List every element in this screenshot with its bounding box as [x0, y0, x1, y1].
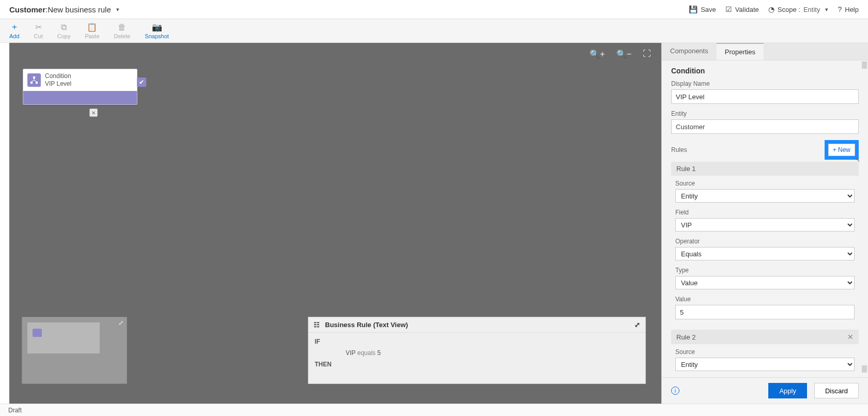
- header-bar: Customer:New business rule ▾ 💾 Save ☑ Va…: [0, 0, 868, 19]
- help-icon: ?: [838, 5, 842, 13]
- scroll-down-icon[interactable]: [862, 365, 867, 373]
- help-label: Help: [845, 6, 859, 13]
- svg-line-4: [32, 80, 34, 82]
- scope-icon: ◔: [768, 5, 774, 13]
- entity-label: Entity: [671, 110, 859, 117]
- chevron-down-icon[interactable]: ▾: [116, 6, 119, 13]
- plus-icon: ＋: [10, 23, 19, 32]
- condition-icon: [27, 73, 41, 87]
- properties-form: Condition Display Name Entity Rules + Ne…: [662, 60, 868, 377]
- rule-title: New business rule: [48, 5, 111, 14]
- minimap-node-icon: [33, 329, 42, 337]
- rule1-value-input[interactable]: [675, 305, 855, 319]
- zoom-in-icon[interactable]: 🔍+: [590, 49, 605, 59]
- workspace: 🔍+ 🔍− ⛶ Condition VIP Level ✔ ✕ ⤢: [0, 43, 868, 404]
- minimap[interactable]: ⤢: [22, 317, 127, 384]
- minimap-viewport[interactable]: [27, 322, 100, 353]
- scope-value: Entity: [803, 6, 820, 13]
- entity-input: [671, 119, 859, 134]
- display-name-label: Display Name: [671, 80, 859, 87]
- node-name: VIP Level: [45, 80, 71, 88]
- check-icon[interactable]: ✔: [137, 78, 146, 87]
- delete-icon: 🗑: [118, 23, 126, 32]
- save-button[interactable]: 💾 Save: [689, 5, 716, 13]
- rule1-field-select[interactable]: VIP: [675, 218, 855, 232]
- scroll-up-icon[interactable]: [862, 61, 867, 69]
- delete-button[interactable]: 🗑 Delete: [114, 23, 131, 39]
- camera-icon: 📷: [152, 23, 162, 32]
- rule1-field-label: Field: [675, 209, 855, 216]
- help-button[interactable]: ? Help: [838, 5, 859, 13]
- validate-label: Validate: [735, 6, 759, 13]
- condition-node[interactable]: Condition VIP Level ✔ ✕: [23, 69, 137, 105]
- toolbar: ＋ Add ✂ Cut ⧉ Copy 📋 Paste 🗑 Delete 📷 Sn…: [0, 19, 868, 43]
- rule1-type-select[interactable]: Value: [675, 276, 855, 289]
- fit-icon[interactable]: ⛶: [643, 49, 651, 59]
- entity-name: Customer: [9, 5, 45, 14]
- copy-label: Copy: [57, 33, 71, 39]
- expand-icon[interactable]: ⤢: [118, 319, 123, 327]
- then-keyword: THEN: [315, 361, 335, 368]
- node-action-slot[interactable]: [23, 91, 137, 104]
- if-keyword: IF: [315, 338, 335, 345]
- cut-label: Cut: [34, 33, 43, 39]
- section-heading: Condition: [671, 67, 859, 75]
- save-label: Save: [701, 6, 716, 13]
- svg-line-5: [34, 80, 37, 82]
- apply-button[interactable]: Apply: [768, 383, 807, 398]
- zoom-out-icon[interactable]: 🔍−: [616, 49, 631, 59]
- status-bar: Draft: [0, 404, 868, 416]
- display-name-input[interactable]: [671, 89, 859, 104]
- svg-rect-2: [36, 82, 38, 84]
- validate-button[interactable]: ☑ Validate: [725, 5, 759, 13]
- rules-label: Rules: [671, 146, 687, 153]
- rule1-source-select[interactable]: Entity: [675, 189, 855, 203]
- discard-button[interactable]: Discard: [814, 383, 859, 398]
- rule1-title: Rule 1: [676, 165, 696, 173]
- canvas[interactable]: 🔍+ 🔍− ⛶ Condition VIP Level ✔ ✕ ⤢: [9, 43, 661, 404]
- scrollbar[interactable]: [862, 61, 867, 373]
- rule1-value-label: Value: [675, 296, 855, 303]
- add-button[interactable]: ＋ Add: [9, 23, 20, 39]
- scope-dropdown[interactable]: ◔ Scope : Entity ▾: [768, 5, 829, 13]
- rule1-operator-select[interactable]: Equals: [675, 247, 855, 260]
- paste-button[interactable]: 📋 Paste: [85, 23, 99, 39]
- add-label: Add: [9, 33, 20, 39]
- cut-button[interactable]: ✂ Cut: [34, 23, 43, 39]
- paste-label: Paste: [85, 33, 99, 39]
- info-icon[interactable]: i: [671, 387, 679, 395]
- rule1-header[interactable]: Rule 1: [671, 162, 859, 176]
- status-text: Draft: [8, 407, 22, 414]
- svg-rect-0: [33, 76, 35, 79]
- condition-text: VIP equals 5: [346, 349, 381, 357]
- new-rule-button[interactable]: + New: [828, 144, 855, 156]
- textview-panel: ☷ Business Rule (Text View) ⤢ IF VIP equ…: [308, 317, 646, 384]
- copy-icon: ⧉: [61, 23, 67, 32]
- delete-label: Delete: [114, 33, 131, 39]
- rule1-type-label: Type: [675, 267, 855, 274]
- rule2-title: Rule 2: [676, 333, 696, 341]
- paste-icon: 📋: [87, 23, 97, 32]
- tab-properties[interactable]: Properties: [717, 43, 764, 60]
- copy-button[interactable]: ⧉ Copy: [57, 23, 71, 39]
- tab-components[interactable]: Components: [662, 43, 717, 60]
- rule1-operator-label: Operator: [675, 238, 855, 245]
- rule1-source-label: Source: [675, 180, 855, 187]
- scope-label: Scope :: [778, 6, 800, 13]
- new-rule-highlight: + New ↖: [825, 140, 859, 160]
- node-type: Condition: [45, 72, 71, 80]
- expand-icon[interactable]: ⤢: [634, 321, 640, 329]
- close-icon[interactable]: ✕: [89, 109, 98, 117]
- textview-icon: ☷: [314, 321, 320, 329]
- close-icon[interactable]: ✕: [847, 333, 854, 341]
- save-icon: 💾: [689, 5, 698, 13]
- chevron-down-icon: ▾: [825, 6, 828, 13]
- rule2-source-select[interactable]: Entity: [675, 358, 855, 371]
- side-panel: Components Properties Condition Display …: [661, 43, 868, 404]
- snapshot-label: Snapshot: [145, 33, 168, 39]
- rule2-header[interactable]: Rule 2 ✕: [671, 330, 859, 344]
- snapshot-button[interactable]: 📷 Snapshot: [145, 23, 168, 39]
- title-area[interactable]: Customer:New business rule ▾: [9, 5, 119, 14]
- textview-title: Business Rule (Text View): [325, 321, 408, 329]
- svg-rect-1: [30, 82, 33, 84]
